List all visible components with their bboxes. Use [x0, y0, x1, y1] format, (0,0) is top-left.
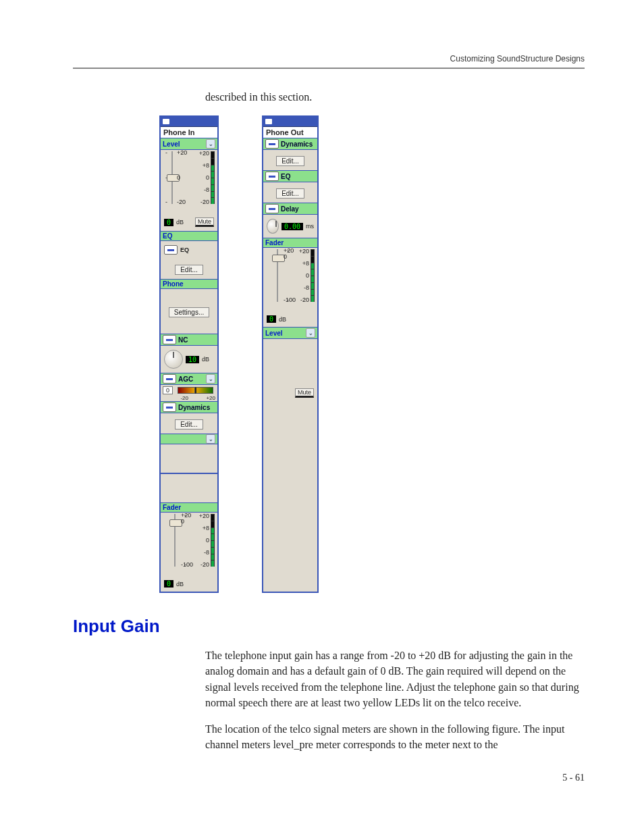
out-fader-area: -- +20 0 -100 +20 +8 0 -8 -20	[263, 248, 317, 315]
eq-inner-label: EQ	[180, 246, 189, 253]
speaker-icon	[163, 119, 169, 124]
collapse-icon[interactable]: ⌄	[306, 328, 315, 338]
delay-value[interactable]: 0.00	[281, 223, 303, 230]
fader-meter	[211, 514, 215, 567]
nc-toggle[interactable]	[163, 335, 176, 344]
phone-out-title: Phone Out	[263, 127, 317, 138]
section-heading: Input Gain	[73, 616, 585, 637]
nc-value[interactable]: 10	[186, 356, 199, 363]
level-unit: dB	[176, 219, 184, 226]
blank-section-header: ⌄	[161, 434, 217, 444]
body-paragraph-2: The location of the telco signal meters …	[205, 721, 585, 752]
speaker-icon	[265, 119, 272, 124]
panel-titlebar	[263, 117, 317, 127]
nc-unit: dB	[202, 356, 209, 363]
eq-toggle[interactable]	[164, 245, 178, 255]
intro-text: described in this section.	[205, 89, 585, 105]
fader-value[interactable]: 0	[164, 580, 173, 588]
out-fader-header: Fader	[263, 238, 317, 248]
body-paragraph-1: The telephone input gain has a range fro…	[205, 648, 585, 710]
out-dynamics-label: Dynamics	[281, 140, 313, 148]
fader-slider-area: -- +20 0 -100 +20 +8 0 -8 -20	[161, 513, 217, 580]
out-fader-value[interactable]: 0	[267, 315, 276, 323]
out-fader-label: Fader	[265, 239, 284, 246]
phone-out-panel: Phone Out Dynamics Edit... EQ Edit... De…	[262, 115, 319, 593]
out-delay-label: Delay	[281, 205, 299, 213]
running-header: Customizing SoundStructure Designs	[73, 54, 585, 63]
eq-edit-button[interactable]: Edit...	[175, 265, 203, 275]
fader-meter-labels: +20 +8 0 -8 -20	[199, 513, 209, 568]
header-rule	[73, 68, 585, 69]
out-eq-label: EQ	[281, 173, 290, 180]
collapse-icon[interactable]: ⌄	[206, 434, 215, 444]
out-fader-unit: dB	[279, 316, 286, 323]
agc-section-header: AGC ⌄	[161, 373, 217, 385]
eq-block: EQ Edit...	[161, 241, 217, 279]
fader-label: Fader	[163, 504, 181, 511]
level-label: Level	[163, 140, 180, 148]
page-number: 5 - 61	[73, 773, 585, 783]
out-level-header: Level ⌄	[263, 327, 317, 339]
level-slider-area: --- +20 0 -20 +20 +8 0 -8 -20	[161, 150, 217, 217]
out-level-block	[263, 339, 317, 385]
blank-block-2	[161, 474, 217, 502]
collapse-icon[interactable]: ⌄	[206, 139, 215, 149]
eq-label: EQ	[163, 232, 172, 240]
out-delay-toggle[interactable]	[265, 204, 279, 213]
agc-toggle[interactable]	[163, 374, 176, 384]
dynamics-toggle[interactable]	[163, 402, 176, 412]
agc-lo: -20	[180, 395, 188, 401]
phone-in-panel: Phone In Level ⌄ --- +20 0 -20 +20 +8 0	[159, 115, 219, 593]
delay-unit: ms	[306, 223, 314, 230]
out-dynamics-edit-button[interactable]: Edit...	[276, 156, 304, 166]
level-meter-labels: +20 +8 0 -8 -20	[199, 150, 209, 205]
level-meter	[211, 151, 215, 204]
level-tick-labels: +20 0 -20	[177, 150, 187, 205]
out-dynamics-header: Dynamics	[263, 138, 317, 150]
out-delay-header: Delay	[263, 203, 317, 215]
out-fader-meter	[311, 249, 315, 302]
out-mute-button[interactable]: Mute	[295, 388, 314, 398]
out-level-label: Level	[265, 330, 283, 337]
blank-block-1	[161, 444, 217, 473]
delay-knob[interactable]	[267, 219, 279, 234]
collapse-icon[interactable]: ⌄	[206, 374, 215, 384]
figure-row: Phone In Level ⌄ --- +20 0 -20 +20 +8 0	[159, 115, 585, 593]
phone-section-header: Phone	[161, 279, 217, 289]
nc-label: NC	[178, 336, 188, 344]
dynamics-label: Dynamics	[178, 404, 210, 411]
phone-in-title: Phone In	[161, 127, 217, 138]
out-eq-toggle[interactable]	[265, 172, 279, 181]
agc-block: 0 -20+20	[161, 385, 217, 401]
out-fader-tick-labels: +20 0 -100	[284, 248, 296, 303]
level-mute-button[interactable]: Mute	[195, 217, 214, 227]
out-dynamics-toggle[interactable]	[265, 139, 279, 149]
phone-settings-button[interactable]: Settings...	[169, 307, 209, 317]
agc-hi: +20	[206, 395, 215, 401]
eq-section-header: EQ	[161, 231, 217, 241]
fader-unit: dB	[176, 581, 184, 588]
agc-value[interactable]: 0	[163, 386, 173, 394]
level-value[interactable]: 0	[164, 219, 173, 226]
agc-label: AGC	[178, 375, 193, 383]
out-eq-edit-button[interactable]: Edit...	[276, 188, 304, 199]
phone-label: Phone	[163, 280, 184, 288]
dynamics-section-header: Dynamics	[161, 401, 217, 413]
nc-knob[interactable]	[164, 350, 183, 369]
fader-section-header: Fader	[161, 502, 217, 513]
out-fader-meter-labels: +20 +8 0 -8 -20	[299, 248, 309, 303]
fader-tick-labels: +20 0 -100	[181, 513, 193, 568]
out-eq-header: EQ	[263, 170, 317, 182]
panel-titlebar	[161, 117, 217, 127]
nc-section-header: NC	[161, 334, 217, 346]
dynamics-edit-button[interactable]: Edit...	[175, 419, 203, 429]
level-section-header: Level ⌄	[161, 138, 217, 150]
